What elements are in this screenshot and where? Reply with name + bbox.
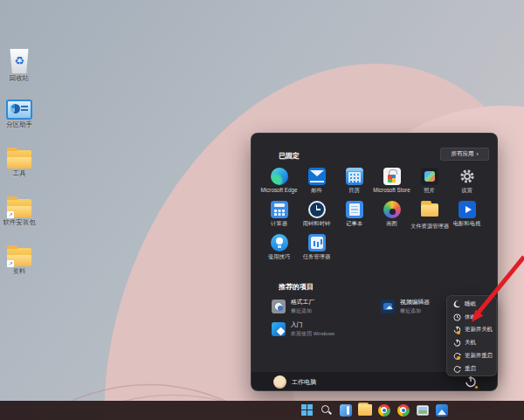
chrome-icon	[378, 404, 390, 417]
movies-tv-icon	[458, 201, 476, 218]
clock-icon	[308, 201, 326, 218]
image-viewer-icon	[417, 405, 429, 416]
store-icon	[383, 168, 401, 185]
calculator-icon	[271, 201, 288, 218]
pinned-app-calendar[interactable]: 日历	[335, 168, 373, 199]
user-name[interactable]: 工作电脑	[292, 378, 316, 387]
user-avatar[interactable]	[273, 375, 286, 389]
start-icon	[301, 404, 313, 416]
desktop-icon-label: 回收站	[0, 75, 38, 82]
app-label: 照片	[410, 187, 448, 195]
photos-icon	[436, 404, 448, 417]
all-apps-button[interactable]: 所有应用 ›	[440, 148, 489, 161]
update-badge	[457, 331, 460, 334]
file-explorer-icon	[421, 203, 438, 221]
recommended-item-get-started[interactable]: 入门 欢迎使用 Windows	[272, 319, 378, 340]
hibernate-icon	[453, 313, 461, 321]
menu-item-update-shutdown[interactable]: 更新并关机	[447, 324, 496, 337]
app-label: 邮件	[298, 187, 335, 195]
taskbar-chrome-button[interactable]	[376, 403, 391, 417]
taskbar-photos-button[interactable]	[434, 403, 449, 417]
app-label: 画图	[373, 220, 410, 228]
settings-gear-icon	[458, 168, 476, 185]
taskbar	[0, 401, 524, 420]
menu-item-shutdown[interactable]: 关机	[447, 336, 496, 349]
app-label: 记事本	[335, 220, 373, 228]
task-manager-icon	[308, 234, 326, 251]
recommended-subtitle: 最近添加	[291, 307, 314, 315]
photos-icon	[421, 168, 438, 185]
app-label: 电影和电视	[448, 220, 486, 228]
pinned-app-store[interactable]: Microsoft Store	[373, 168, 410, 199]
file-explorer-icon	[358, 405, 372, 416]
edge-icon	[271, 168, 288, 185]
recommended-item-format-factory[interactable]: 格式工厂 最近添加	[272, 296, 378, 317]
desktop-icon-label: 工具	[0, 170, 38, 177]
pinned-app-settings[interactable]: 设置	[448, 168, 486, 199]
pinned-app-alarms-clock[interactable]: 闹钟和时钟	[298, 201, 335, 232]
recommended-title: 格式工厂	[291, 298, 314, 306]
menu-item-update-restart[interactable]: 更新并重启	[447, 349, 496, 362]
get-started-icon	[272, 322, 286, 336]
menu-item-sleep[interactable]: 睡眠	[447, 298, 496, 311]
taskbar-chrome-2-button[interactable]	[396, 403, 410, 417]
pinned-section-header: 已固定	[279, 151, 300, 161]
app-label: Microsoft Edge	[260, 187, 298, 193]
app-label: 文件资源管理器	[410, 223, 448, 231]
app-label: 闹钟和时钟	[298, 220, 335, 228]
desktop-icon-recycle-bin[interactable]: ♻ 回收站	[0, 49, 38, 82]
desktop-icon-partition-tool[interactable]: 分区助手	[0, 100, 38, 128]
notepad-icon	[346, 201, 363, 218]
desktop: ♻ 回收站 分区助手 工具 ↗ 软件安装包 ↗ 资料 已固定 所有应用 › Mi…	[0, 0, 524, 420]
app-label: 计算器	[260, 220, 298, 228]
update-badge	[474, 385, 479, 389]
pinned-app-notepad[interactable]: 记事本	[335, 201, 373, 232]
pinned-app-calculator[interactable]: 计算器	[260, 201, 298, 232]
chevron-right-icon: ›	[476, 151, 478, 157]
desktop-icon-folder-2[interactable]: ↗ 软件安装包	[0, 199, 38, 226]
pinned-app-tips[interactable]: 使用技巧	[260, 234, 298, 265]
chrome-icon	[397, 404, 410, 417]
desktop-icon-folder-3[interactable]: ↗ 资料	[0, 248, 38, 275]
shutdown-icon	[453, 339, 461, 347]
app-label: Microsoft Store	[373, 187, 410, 193]
desktop-icon-label: 分区助手	[0, 121, 38, 128]
recommended-title: 视频编辑器	[400, 298, 430, 306]
recommended-title: 入门	[291, 320, 334, 329]
pinned-app-paint[interactable]: 画图	[373, 201, 410, 232]
desktop-icon-folder-1[interactable]: 工具	[0, 150, 38, 177]
search-icon	[321, 404, 332, 416]
taskbar-widgets-button[interactable]	[338, 403, 353, 417]
shortcut-arrow-icon: ↗	[7, 260, 14, 267]
menu-item-hibernate[interactable]: 休眠	[447, 311, 496, 324]
folder-icon: ↗	[7, 248, 31, 266]
app-label: 使用技巧	[260, 253, 298, 261]
partition-tool-icon	[6, 100, 32, 120]
pinned-app-file-explorer[interactable]: 文件资源管理器	[410, 201, 448, 232]
pinned-app-task-manager[interactable]: 任务管理器	[298, 234, 335, 265]
restart-icon	[453, 365, 461, 373]
app-label: 日历	[335, 187, 373, 195]
menu-item-label: 重启	[465, 365, 476, 373]
shortcut-arrow-icon: ↗	[7, 211, 14, 218]
video-editor-icon	[381, 300, 395, 313]
power-button[interactable]	[464, 375, 478, 389]
taskbar-start-button[interactable]	[300, 403, 314, 417]
calendar-icon	[346, 168, 363, 185]
format-factory-icon	[272, 300, 286, 313]
pinned-app-photos[interactable]: 照片	[410, 168, 448, 199]
pinned-app-mail[interactable]: 邮件	[298, 168, 335, 199]
recommended-section-header: 推荐的项目	[279, 282, 314, 292]
sleep-icon	[453, 300, 461, 308]
taskbar-search-button[interactable]	[319, 403, 334, 417]
folder-icon: ↗	[7, 199, 31, 217]
menu-item-restart[interactable]: 重启	[447, 362, 496, 375]
mail-icon	[308, 168, 326, 185]
taskbar-file-explorer-button[interactable]	[357, 403, 372, 417]
taskbar-image-viewer-button[interactable]	[415, 403, 430, 417]
desktop-icon-label: 资料	[0, 268, 38, 275]
all-apps-label: 所有应用	[451, 150, 473, 158]
recycle-bin-icon: ♻	[9, 49, 30, 73]
pinned-app-edge[interactable]: Microsoft Edge	[260, 168, 298, 199]
pinned-app-movies-tv[interactable]: 电影和电视	[448, 201, 486, 232]
